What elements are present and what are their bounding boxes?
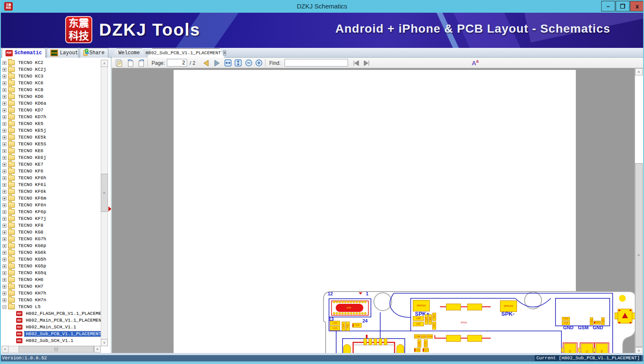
tab-schematic[interactable]: PDF Schematic: [2, 48, 46, 58]
tree-item-folder[interactable]: TECNO KE5j: [1, 127, 101, 134]
tree-item-document[interactable]: PDFH802_Main_PCB_V1.1_PLACEMENT: [1, 317, 101, 324]
expand-icon[interactable]: [3, 258, 6, 261]
expand-icon[interactable]: [3, 292, 6, 295]
expand-icon[interactable]: [3, 115, 6, 119]
rotate-left-button[interactable]: [126, 58, 135, 67]
tree-item-folder[interactable]: TECNO KF6: [1, 168, 101, 175]
copy-text-button[interactable]: [114, 58, 123, 67]
expand-icon[interactable]: [3, 88, 6, 92]
tree-item-folder[interactable]: TECNO KC2j: [1, 66, 101, 73]
tree-item-folder[interactable]: TECNO KF6p: [1, 208, 101, 215]
tree-item-document[interactable]: PDFH802_Main_SCH_V1.1: [1, 324, 101, 331]
tree-item-folder[interactable]: TECNO L5: [1, 303, 101, 310]
expand-icon[interactable]: [3, 271, 6, 275]
sidebar-vscroll-thumb[interactable]: ≡: [101, 174, 108, 212]
scroll-up-icon[interactable]: ˄: [101, 60, 108, 67]
expand-icon[interactable]: [3, 95, 6, 99]
expand-icon[interactable]: [3, 61, 6, 65]
tree-item-folder[interactable]: TECNO KC8: [1, 86, 101, 93]
tree-item-folder[interactable]: TECNO KD7: [1, 107, 101, 114]
find-next-button[interactable]: [362, 58, 371, 67]
find-previous-button[interactable]: [351, 58, 360, 67]
fit-page-button[interactable]: [234, 58, 243, 67]
scroll-down-icon[interactable]: ˅: [101, 339, 108, 346]
expand-icon[interactable]: [3, 136, 6, 139]
expand-icon[interactable]: [3, 210, 6, 214]
scroll-up-icon[interactable]: ˄: [635, 68, 643, 75]
expand-icon[interactable]: [3, 163, 6, 167]
tree-item-document[interactable]: PDFH802_Sub_PCB_V1.1_PLACEMENT: [1, 331, 101, 337]
expand-icon[interactable]: [3, 75, 6, 78]
tree-item-folder[interactable]: TECNO KG6p: [1, 242, 101, 249]
tree-item-folder[interactable]: TECNO KH7: [1, 283, 101, 290]
tree-item-folder[interactable]: TECNO KH6: [1, 276, 101, 283]
minimize-button[interactable]: –: [601, 1, 615, 11]
tree-item-folder[interactable]: TECNO KC3: [1, 73, 101, 80]
expand-icon[interactable]: [3, 251, 6, 255]
close-button[interactable]: x: [630, 1, 644, 11]
tree-item-folder[interactable]: TECNO KG5h: [1, 256, 101, 263]
tree-item-folder[interactable]: TECNO KD6a: [1, 100, 101, 107]
expand-icon[interactable]: [3, 197, 6, 200]
tree-item-folder[interactable]: TECNO KF6h: [1, 175, 101, 181]
tree-item-folder[interactable]: TECNO KF6k: [1, 188, 101, 195]
tree-item-folder[interactable]: TECNO KE6j: [1, 154, 101, 161]
tree-item-folder[interactable]: TECNO KF6n: [1, 202, 101, 208]
tree-item-document[interactable]: PDFH802_FLASH_PCB_V1.1_PLACEMENT: [1, 310, 101, 317]
expand-icon[interactable]: [3, 231, 6, 234]
tree-item-folder[interactable]: TECNO KG5q: [1, 270, 101, 276]
find-input[interactable]: [285, 59, 348, 67]
expand-icon[interactable]: [3, 285, 6, 289]
close-tab-icon[interactable]: x: [223, 50, 226, 56]
match-case-icon[interactable]: Aa: [472, 59, 478, 67]
expand-icon[interactable]: [3, 142, 6, 146]
collapse-icon[interactable]: [3, 305, 6, 309]
tree-item-folder[interactable]: TECNO KE5k: [1, 134, 101, 141]
scroll-left-icon[interactable]: ˂: [2, 346, 8, 353]
expand-icon[interactable]: [3, 102, 6, 106]
next-page-button[interactable]: [213, 58, 221, 67]
sidebar-hscroll-thumb[interactable]: |||: [19, 346, 94, 353]
tree-item-folder[interactable]: TECNO KD7h: [1, 114, 101, 120]
tree-item-folder[interactable]: TECNO KF6i: [1, 181, 101, 188]
tree-item-folder[interactable]: TECNO KE5S: [1, 141, 101, 147]
expand-icon[interactable]: [3, 298, 6, 302]
tree-item-folder[interactable]: TECNO KF7j: [1, 215, 101, 222]
tree-item-folder[interactable]: TECNO KG8: [1, 229, 101, 236]
tree-item-folder[interactable]: TECNO KD6: [1, 93, 101, 100]
expand-icon[interactable]: [3, 264, 6, 268]
tab-layout[interactable]: PADS Layout: [47, 48, 79, 58]
expand-icon[interactable]: [3, 203, 6, 207]
zoom-in-button[interactable]: [254, 58, 263, 67]
tree-item-folder[interactable]: TECNO KG6k: [1, 249, 101, 256]
tree-item-folder[interactable]: TECNO KE7: [1, 161, 101, 168]
expand-icon[interactable]: [3, 169, 6, 173]
zoom-out-button[interactable]: [244, 58, 253, 67]
tree-item-folder[interactable]: TECNO KG5p: [1, 263, 101, 270]
splitter-collapse-icon[interactable]: [108, 206, 111, 211]
fit-width-button[interactable]: [224, 58, 232, 67]
maximize-button[interactable]: ❐: [616, 1, 630, 11]
expand-icon[interactable]: [3, 176, 6, 180]
expand-icon[interactable]: [3, 190, 6, 194]
expand-icon[interactable]: [3, 183, 6, 187]
expand-icon[interactable]: [3, 122, 6, 126]
expand-icon[interactable]: [3, 244, 6, 248]
expand-icon[interactable]: [3, 156, 6, 160]
page-number-input[interactable]: [167, 59, 187, 67]
viewer-vscroll-thumb[interactable]: ≡: [635, 163, 643, 347]
expand-icon[interactable]: [3, 68, 6, 72]
previous-page-button[interactable]: [202, 58, 210, 67]
viewer-vscrollbar[interactable]: ˄ ≡ ˅: [635, 68, 643, 354]
expand-icon[interactable]: [3, 237, 6, 241]
tree-item-folder[interactable]: TECNO KG7h: [1, 236, 101, 242]
tree-item-folder[interactable]: TECNO KC6: [1, 80, 101, 86]
tree-item-folder[interactable]: TECNO KF8: [1, 222, 101, 229]
rotate-right-button[interactable]: [136, 58, 145, 67]
tree-item-folder[interactable]: TECNO KE5: [1, 120, 101, 127]
tree-item-folder[interactable]: TECNO KE6: [1, 147, 101, 154]
tree-item-folder[interactable]: TECNO KH7n: [1, 297, 101, 303]
tab-share[interactable]: + Share: [80, 48, 108, 58]
doc-tab-placement[interactable]: H802_Sub_PCB_V1.1_PLACEMENT x: [147, 48, 224, 58]
tree-item-folder[interactable]: TECNO KH7h: [1, 290, 101, 297]
